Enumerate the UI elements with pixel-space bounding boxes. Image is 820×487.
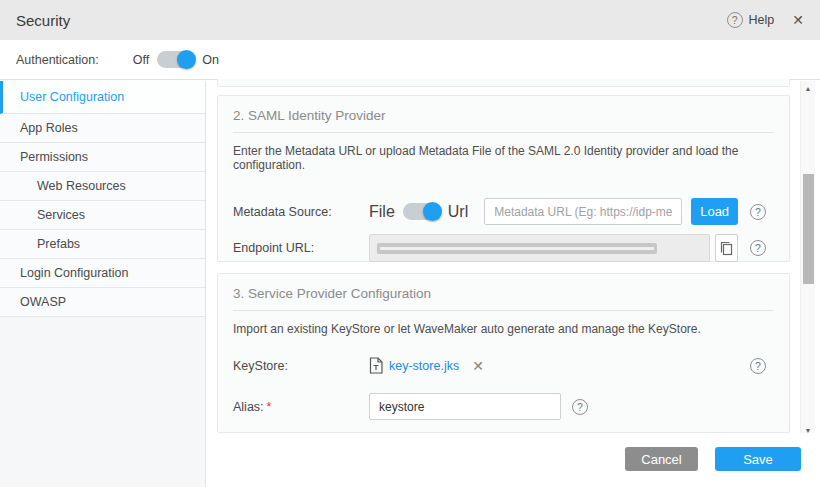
page-title: Security xyxy=(16,12,70,29)
metadata-url-input[interactable] xyxy=(484,198,682,225)
alias-row: Alias:* ? xyxy=(233,393,774,420)
help-icon: ? xyxy=(727,12,743,28)
scrollbar-thumb[interactable] xyxy=(803,174,814,284)
sidebar-item-login-configuration[interactable]: Login Configuration xyxy=(0,259,205,288)
endpoint-url-help-icon[interactable]: ? xyxy=(750,240,766,256)
vertical-scrollbar[interactable]: ▲ ▼ xyxy=(800,81,815,438)
scroll-up-icon[interactable]: ▲ xyxy=(801,85,815,92)
security-dialog: Security ? Help ✕ Authentication: Off On… xyxy=(0,0,820,487)
metadata-source-label: Metadata Source: xyxy=(233,205,369,219)
sp-section-description: Import an existing KeyStore or let WaveM… xyxy=(233,322,774,336)
redacted-url-value xyxy=(377,243,657,254)
cancel-button[interactable]: Cancel xyxy=(625,447,698,471)
endpoint-url-label: Endpoint URL: xyxy=(233,241,369,255)
toggle-knob xyxy=(423,202,442,221)
previous-section-card-edge xyxy=(217,79,790,87)
copy-icon xyxy=(720,241,733,256)
load-button[interactable]: Load xyxy=(691,198,738,225)
authentication-row: Authentication: Off On xyxy=(0,40,820,80)
file-icon xyxy=(369,357,383,374)
metadata-source-row: Metadata Source: File Url Load ? xyxy=(233,198,774,225)
sidebar-item-web-resources[interactable]: Web Resources xyxy=(0,172,205,201)
copy-button[interactable] xyxy=(715,234,738,262)
metadata-source-toggle[interactable] xyxy=(403,203,440,220)
help-label: Help xyxy=(749,13,775,27)
alias-label-text: Alias: xyxy=(233,400,264,414)
sidebar: User Configuration App Roles Permissions… xyxy=(0,81,206,487)
alias-label: Alias:* xyxy=(233,400,369,414)
endpoint-url-field xyxy=(369,234,710,262)
sidebar-item-permissions[interactable]: Permissions xyxy=(0,143,205,172)
sidebar-item-owasp[interactable]: OWASP xyxy=(0,288,205,317)
auth-on-label: On xyxy=(202,53,219,67)
sp-section-title: 3. Service Provider Configuration xyxy=(233,286,774,311)
remove-keystore-icon[interactable]: ✕ xyxy=(472,358,484,374)
alias-input[interactable] xyxy=(369,393,561,420)
auth-off-label: Off xyxy=(133,53,149,67)
required-marker: * xyxy=(267,400,272,414)
metadata-source-help-icon[interactable]: ? xyxy=(750,204,766,220)
saml-identity-provider-card: 2. SAML Identity Provider Enter the Meta… xyxy=(217,95,790,262)
keystore-help-icon[interactable]: ? xyxy=(750,358,766,374)
service-provider-card: 3. Service Provider Configuration Import… xyxy=(217,273,790,433)
sidebar-item-prefabs[interactable]: Prefabs xyxy=(0,230,205,259)
saml-section-description: Enter the Metadata URL or upload Metadat… xyxy=(233,144,774,172)
footer: Cancel Save xyxy=(207,433,820,487)
authentication-label: Authentication: xyxy=(16,53,99,67)
main-content: 2. SAML Identity Provider Enter the Meta… xyxy=(207,81,820,487)
keystore-file-link[interactable]: key-store.jks xyxy=(389,359,459,373)
save-button[interactable]: Save xyxy=(715,447,801,471)
titlebar-actions: ? Help ✕ xyxy=(727,12,804,28)
url-option-label: Url xyxy=(448,203,468,221)
file-option-label: File xyxy=(369,203,395,221)
close-icon[interactable]: ✕ xyxy=(792,12,804,28)
sidebar-item-user-configuration[interactable]: User Configuration xyxy=(0,81,205,114)
saml-section-title: 2. SAML Identity Provider xyxy=(233,108,774,133)
titlebar: Security ? Help ✕ xyxy=(0,0,820,40)
keystore-file-chip: key-store.jks ✕ xyxy=(369,357,484,374)
sidebar-item-services[interactable]: Services xyxy=(0,201,205,230)
toggle-knob xyxy=(177,50,196,69)
keystore-label: KeyStore: xyxy=(233,359,369,373)
sidebar-item-app-roles[interactable]: App Roles xyxy=(0,114,205,143)
help-button[interactable]: ? Help xyxy=(727,12,775,28)
keystore-row: KeyStore: key-store.jks ✕ ? xyxy=(233,357,774,374)
endpoint-url-row: Endpoint URL: ? xyxy=(233,234,774,262)
authentication-toggle[interactable] xyxy=(157,51,194,68)
alias-help-icon[interactable]: ? xyxy=(572,399,588,415)
